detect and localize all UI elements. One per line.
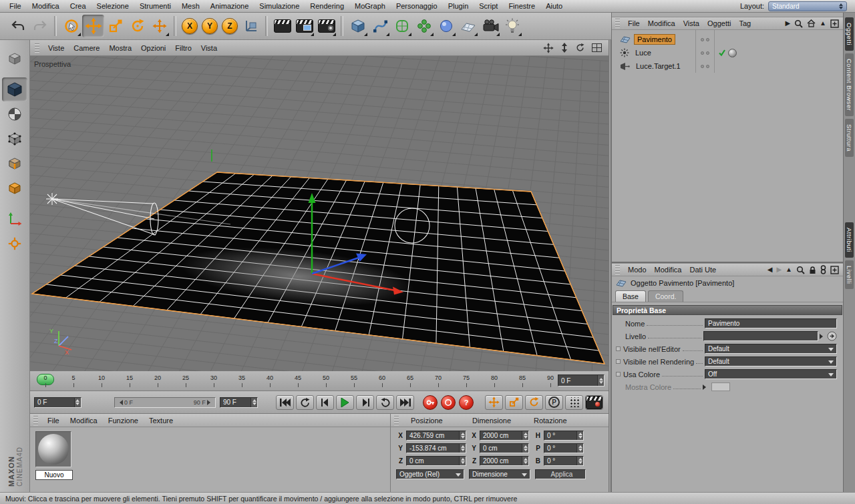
menu-mograph[interactable]: MoGraph [349,2,391,10]
editor-visibility-dot[interactable] [701,38,704,41]
size-z-field[interactable]: 2000 cm [480,456,529,466]
visibile-render-select[interactable]: Default [705,356,837,366]
lock-z-axis-button[interactable]: Z [222,18,238,34]
am-menu-modo[interactable]: Modo [624,266,651,274]
material-name-input[interactable]: Nuovo [35,470,73,480]
coordinate-system-button[interactable] [240,15,262,37]
viewport-3d-view[interactable]: Y Z X [30,56,609,371]
live-selection-button[interactable] [60,15,82,37]
object-name[interactable]: Luce.Target.1 [633,61,683,71]
record-parameter-toggle[interactable]: P [545,395,563,410]
vp-menu-camere[interactable]: Camere [69,44,104,52]
menu-animazione[interactable]: Animazione [205,2,254,10]
object-row-pavimento[interactable]: Pavimento [612,33,843,46]
home-icon[interactable] [807,19,816,27]
rotate-tool-button[interactable] [126,15,148,37]
add-deformer-button[interactable] [435,15,457,37]
goto-end-button[interactable] [396,395,414,410]
render-visibility-dot[interactable] [706,51,709,55]
play-backwards-button[interactable] [296,395,314,410]
visibile-editor-select[interactable]: Default [705,344,837,354]
menu-aiuto[interactable]: Aiuto [540,2,568,10]
tab-oggetti[interactable]: Oggetti [845,17,854,51]
frame-input-stepper-icon[interactable] [74,398,81,407]
usa-colore-select[interactable]: Off [705,369,837,379]
panel-grip[interactable] [394,416,399,425]
mat-menu-modifica[interactable]: Modifica [65,417,103,425]
object-row-luce[interactable]: Luce [612,46,843,59]
frame-range-slider[interactable]: 0 F 90 F [114,397,216,408]
record-pla-toggle[interactable] [565,395,583,410]
mat-menu-file[interactable]: File [42,417,65,425]
undo-button[interactable] [7,15,29,37]
texture-mode-button[interactable] [2,102,27,126]
add-generator-button[interactable] [391,15,413,37]
menu-strumenti[interactable]: Strumenti [134,2,176,10]
om-menu-vista[interactable]: Vista [679,19,703,27]
stepper-icon[interactable] [576,431,583,440]
frame-input[interactable]: 0 F [34,397,81,408]
record-keyframe-button[interactable] [423,395,438,410]
material-list[interactable]: Nuovo [30,427,390,491]
add-light-button[interactable] [501,15,523,37]
autokey-button[interactable] [441,395,456,410]
end-frame-input[interactable]: 90 F [220,397,258,408]
next-frame-button[interactable] [356,395,374,410]
prev-frame-button[interactable] [316,395,334,410]
override-checkbox[interactable] [616,346,621,351]
add-environment-button[interactable] [457,15,479,37]
override-checkbox[interactable] [616,372,621,376]
rotation-b-field[interactable]: 0 ° [544,456,584,466]
search-icon[interactable] [796,266,805,274]
layout-stepper-icon[interactable] [839,1,843,11]
stepper-icon[interactable] [576,444,583,453]
menu-simulazione[interactable]: Simulazione [254,2,305,10]
stepper-icon[interactable] [522,444,528,453]
material-thumbnail[interactable] [35,431,71,467]
record-scale-toggle[interactable] [505,395,523,410]
polygons-mode-button[interactable] [2,176,27,200]
menu-mesh[interactable]: Mesh [176,2,205,10]
size-y-field[interactable]: 0 cm [480,443,529,453]
render-picture-viewer-button[interactable] [293,15,315,37]
record-position-toggle[interactable] [485,395,503,410]
stepper-icon[interactable] [576,457,583,465]
redo-button[interactable] [29,15,51,37]
rotation-p-field[interactable]: 0 ° [544,443,584,453]
panel-grip[interactable] [35,43,39,53]
keying-options-button[interactable]: ? [459,395,474,410]
editor-visibility-dot[interactable] [701,51,704,55]
position-z-field[interactable]: 0 cm [406,456,466,466]
play-forward-button[interactable] [376,395,394,410]
vp-menu-opzioni[interactable]: Opzioni [136,44,170,52]
history-back-icon[interactable]: ◀ [767,266,773,273]
object-name[interactable]: Pavimento [634,34,675,45]
override-checkbox[interactable] [616,359,621,364]
tab-struttura[interactable]: Struttura [845,119,854,157]
toggle-views-icon[interactable] [592,43,602,52]
render-view-button[interactable] [271,15,293,37]
lock-icon[interactable] [809,266,816,274]
parent-object-icon[interactable]: ▲ [786,266,792,273]
tab-livelli[interactable]: Livelli [845,260,854,289]
menu-modifica[interactable]: Modifica [27,2,65,10]
last-tool-button[interactable] [148,15,170,37]
add-modeling-object-button[interactable] [413,15,435,37]
lock-x-axis-button[interactable]: X [182,18,198,34]
expression-check-icon[interactable] [718,49,726,57]
object-row-luce-target[interactable]: Luce.Target.1 [612,59,843,73]
menu-plugin[interactable]: Plugin [443,2,474,10]
scale-tool-button[interactable] [104,15,126,37]
position-x-field[interactable]: 426.759 cm [406,431,466,441]
mat-menu-texture[interactable]: Texture [144,417,178,425]
history-forward-icon[interactable]: ▶ [776,266,782,273]
edges-mode-button[interactable] [2,152,27,176]
up-level-icon[interactable]: ▲ [820,20,826,27]
play-button[interactable] [336,395,354,410]
panel-grip[interactable] [615,19,620,28]
stepper-icon[interactable] [522,431,528,440]
viewport-canvas[interactable]: Prospettiva [30,56,609,371]
points-mode-button[interactable] [2,127,27,151]
am-menu-modifica[interactable]: Modifica [651,266,686,274]
record-rotation-toggle[interactable] [525,395,543,410]
